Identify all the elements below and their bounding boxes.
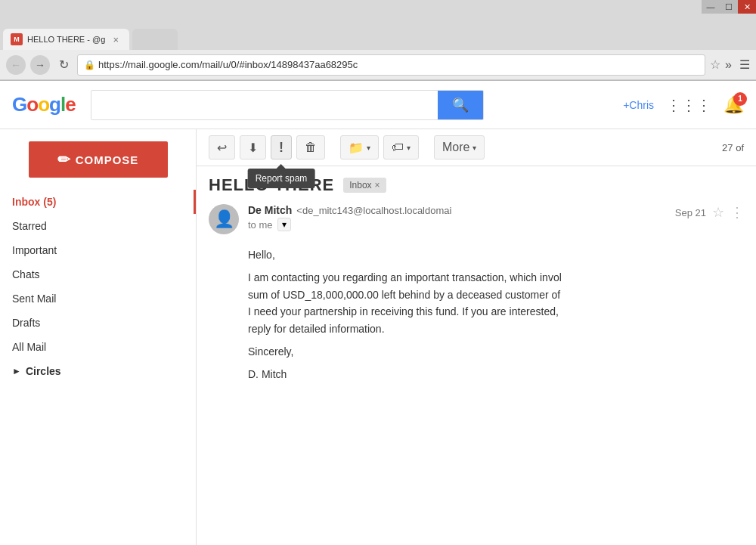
sidebar-item-important[interactable]: Important [0,238,196,262]
search-button[interactable]: 🔍 [438,91,483,119]
sidebar-section-circles[interactable]: ► Circles [0,359,196,383]
bookmark-icon[interactable]: ☆ [710,57,720,72]
search-input[interactable] [91,91,438,119]
star-icon[interactable]: ☆ [712,204,724,221]
forward-button[interactable]: → [30,55,50,75]
sender-avatar: 👤 [209,204,239,234]
browser-tab[interactable]: M HELLO THERE - @g × [3,29,129,50]
circles-label: Circles [26,365,61,377]
message-date: Sep 21 [675,207,706,218]
sender-name: De Mitch [248,204,292,216]
tab-close-icon[interactable]: × [110,33,122,45]
sidebar: ✏ COMPOSE Inbox (5) Starred Important Ch… [0,129,197,545]
delete-button[interactable]: 🗑 [296,135,325,159]
notification-badge: 1 [733,92,747,106]
person-icon: 👤 [214,209,234,229]
email-message: 👤 De Mitch <de_mitc143@localhost.localdo… [197,195,756,545]
sidebar-item-inbox[interactable]: Inbox (5) [0,190,196,214]
to-dropdown-button[interactable]: ▾ [277,218,291,231]
google-logo: Google [12,93,76,116]
address-bar[interactable]: 🔒 https://mail.google.com/mail/u/0/#inbo… [77,54,705,76]
label-button[interactable]: 🏷 ▾ [383,135,419,159]
compose-button[interactable]: ✏ COMPOSE [29,141,168,178]
user-link[interactable]: +Chris [623,99,654,111]
archive-icon: ⬇ [248,141,258,155]
search-bar: 🔍 [91,90,484,120]
message-meta: De Mitch <de_mitc143@localhost.localdoma… [248,204,666,231]
spam-button[interactable]: ! [271,135,292,159]
more-label: More [442,141,469,154]
more-button[interactable]: More ▾ [434,135,485,159]
label-icon: 🏷 [392,141,404,154]
sidebar-item-allmail[interactable]: All Mail [0,335,196,359]
move-to-button[interactable]: 📁 ▾ [340,135,379,159]
url-text: https://mail.google.com/mail/u/0/#inbox/… [98,59,699,70]
reload-button[interactable]: ↻ [54,56,73,74]
compose-label: COMPOSE [76,153,139,166]
toolbar: ↩ ⬇ ! Report spam 🗑 📁 ▾ [197,129,756,166]
sidebar-item-drafts[interactable]: Drafts [0,311,196,335]
email-subject: HELLO THERE [209,175,334,195]
trash-icon: 🗑 [305,141,317,154]
minimize-button[interactable]: — [702,0,720,14]
notification-bell-button[interactable]: 🔔 1 [723,95,744,115]
tag-close-icon[interactable]: × [375,180,380,190]
maximize-button[interactable]: ☐ [720,0,738,14]
body-paragraph: I am contacting you regarding an importa… [248,269,744,337]
sidebar-item-chats[interactable]: Chats [0,262,196,286]
signature: D. Mitch [248,366,744,382]
page-count: 27 of [722,142,744,153]
more-dropdown-icon: ▾ [472,144,476,152]
apps-grid-icon[interactable]: ⋮⋮⋮ [666,96,711,114]
to-label: to me [248,219,273,231]
ssl-lock-icon: 🔒 [84,60,95,70]
closing: Sincerely, [248,343,744,360]
expand-arrow-icon: ► [12,366,21,376]
tab-title: HELLO THERE - @g [27,35,105,44]
greeting: Hello, [248,246,744,263]
label-dropdown-icon: ▾ [407,144,411,152]
app-header: Google 🔍 +Chris ⋮⋮⋮ 🔔 1 [0,81,756,129]
browser-menu-icon[interactable]: ☰ [739,57,750,72]
search-icon: 🔍 [452,97,469,113]
message-header: 👤 De Mitch <de_mitc143@localhost.localdo… [209,204,744,234]
back-arrow-icon: ↩ [217,141,227,155]
more-actions-icon[interactable]: ⋮ [730,204,744,221]
back-button[interactable]: ← [6,55,26,75]
sender-email: <de_mitc143@localhost.localdomai [296,205,451,216]
message-body: Hello, I am contacting you regarding an … [248,246,744,383]
sidebar-item-starred[interactable]: Starred [0,214,196,238]
back-to-inbox-button[interactable]: ↩ [209,135,235,159]
header-right: +Chris ⋮⋮⋮ 🔔 1 [623,95,744,115]
email-view: ↩ ⬇ ! Report spam 🗑 📁 ▾ [197,129,756,545]
extensions-icon: » [725,58,732,72]
tab-favicon: M [11,33,23,45]
inbox-tag: Inbox × [343,178,386,193]
move-dropdown-icon: ▾ [367,144,370,152]
archive-button[interactable]: ⬇ [240,135,266,159]
new-tab-area [132,29,178,50]
spam-button-wrapper: ! Report spam [271,135,292,159]
folder-icon: 📁 [349,141,364,155]
sidebar-item-sent[interactable]: Sent Mail [0,286,196,311]
spam-icon: ! [279,140,284,156]
email-subject-row: HELLO THERE Inbox × [197,166,756,195]
close-button[interactable]: ✕ [738,0,756,14]
